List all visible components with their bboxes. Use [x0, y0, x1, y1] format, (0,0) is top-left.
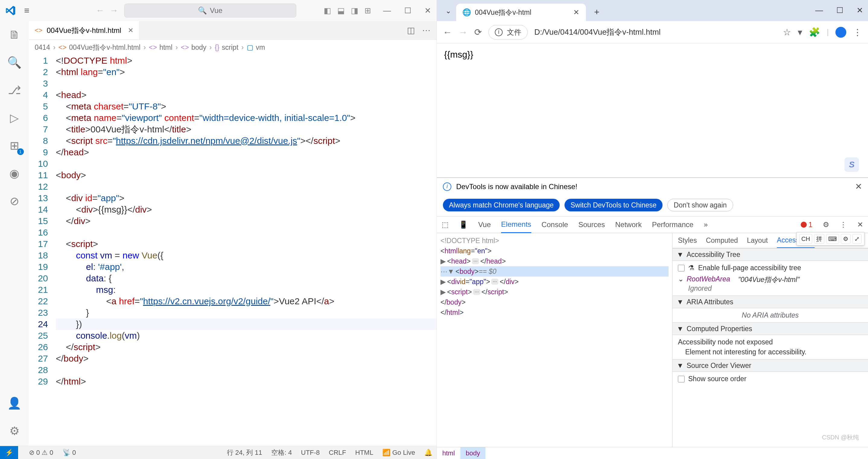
dom-node[interactable]: </html>: [440, 307, 669, 318]
search-icon[interactable]: 🔍: [6, 54, 23, 71]
edge-icon[interactable]: ◉: [6, 165, 23, 182]
devtools-close-icon[interactable]: ✕: [857, 221, 863, 229]
side-tab-styles[interactable]: Styles: [678, 236, 697, 244]
error-indicator[interactable]: 1: [801, 221, 812, 229]
new-tab-icon[interactable]: +: [590, 5, 603, 19]
dom-node[interactable]: ▶<script>⋯</script>: [440, 287, 669, 297]
close-tab-icon[interactable]: ✕: [573, 8, 579, 17]
extensions-icon[interactable]: 🧩: [809, 27, 820, 37]
breadcrumb-seg[interactable]: ▢vm: [247, 43, 265, 52]
match-language-button[interactable]: Always match Chrome's language: [443, 199, 560, 211]
devtools-tab-network[interactable]: Network: [615, 221, 642, 229]
ports[interactable]: 📡 0: [62, 449, 76, 457]
breadcrumb-seg[interactable]: <>html: [149, 43, 172, 52]
device-icon[interactable]: 📱: [459, 221, 468, 229]
panel-left-icon[interactable]: ◧: [324, 6, 331, 15]
ime-btn[interactable]: CH: [799, 234, 812, 244]
devtools-settings-icon[interactable]: ⚙: [823, 221, 829, 229]
site-info-icon[interactable]: i: [495, 28, 503, 36]
dom-node[interactable]: ▶<div id="app">⋯</div>: [440, 276, 669, 287]
more-icon[interactable]: ⋯: [422, 25, 431, 35]
indent[interactable]: 空格: 4: [271, 448, 292, 457]
ime-btn[interactable]: ⤢: [852, 234, 862, 244]
devtools-tab-elements[interactable]: Elements: [501, 216, 531, 233]
browser-tab[interactable]: 🌐 004Vue指令v-html ✕: [456, 4, 586, 21]
menu-icon[interactable]: ≡: [24, 5, 30, 16]
url-bar[interactable]: i 文件: [489, 25, 528, 39]
dom-node[interactable]: <!DOCTYPE html>: [440, 235, 669, 246]
menu-kebab-icon[interactable]: ⋮: [853, 27, 862, 37]
devtools-tab-performance[interactable]: Performance: [652, 221, 693, 229]
error-count[interactable]: ⊘ 0 ⚠ 0: [29, 449, 53, 457]
reload-icon[interactable]: ⟳: [474, 27, 482, 37]
enable-full-tree-checkbox[interactable]: ⚗Enable full-page accessibility tree: [678, 264, 863, 272]
tabs-dropdown-icon[interactable]: ⌄: [442, 4, 455, 18]
breadcrumb-seg[interactable]: <>004Vue指令v-html.html: [59, 43, 141, 52]
dom-crumb[interactable]: body: [460, 447, 486, 459]
breadcrumb-seg[interactable]: <>body: [181, 43, 206, 52]
profile-avatar-icon[interactable]: [835, 27, 846, 38]
ime-btn[interactable]: ⌨: [826, 234, 839, 244]
go-live[interactable]: 📶 Go Live: [382, 449, 415, 457]
account-icon[interactable]: 👤: [6, 395, 23, 412]
devtools-tab-vue[interactable]: Vue: [478, 221, 491, 229]
inspect-icon[interactable]: ⬚: [442, 221, 448, 229]
side-tab-computed[interactable]: Computed: [706, 236, 738, 244]
brave-icon[interactable]: ▾: [798, 27, 802, 37]
ime-btn[interactable]: 拼: [814, 234, 824, 244]
encoding[interactable]: UTF-8: [301, 449, 320, 457]
dom-node[interactable]: ⋯ ▼<body> == $0: [440, 266, 669, 276]
dom-crumb[interactable]: html: [437, 447, 460, 459]
minimize-icon[interactable]: ―: [815, 6, 823, 15]
extension-badge-icon[interactable]: S: [844, 157, 859, 172]
debug-icon[interactable]: ▷: [6, 110, 23, 126]
dom-breadcrumb[interactable]: htmlbody: [437, 447, 868, 459]
explorer-icon[interactable]: 🗎: [6, 27, 23, 43]
dom-node[interactable]: </body>: [440, 297, 669, 307]
dom-tree[interactable]: <!DOCTYPE html> <html lang="en"> ▶<head>…: [437, 233, 672, 447]
ime-toolbar[interactable]: CH拼⌨⚙⤢: [797, 232, 864, 245]
forward-icon[interactable]: →: [459, 27, 468, 37]
code-editor[interactable]: 1234567891011121314151617181920212223242…: [29, 55, 437, 446]
url-path[interactable]: D:/Vue/0414/004Vue指令v-html.html: [534, 27, 661, 37]
editor-tab[interactable]: <> 004Vue指令v-html.html ✕: [29, 21, 140, 39]
dont-show-button[interactable]: Don't show again: [668, 199, 733, 211]
minimize-icon[interactable]: ―: [383, 6, 391, 15]
remote-status-icon[interactable]: ⚡: [0, 446, 18, 459]
remote-icon[interactable]: ⊘: [6, 193, 23, 209]
command-search[interactable]: 🔍 Vue: [124, 4, 296, 18]
cursor-position[interactable]: 行 24, 列 11: [227, 448, 262, 457]
ime-btn[interactable]: ⚙: [841, 234, 850, 244]
switch-chinese-button[interactable]: Switch DevTools to Chinese: [564, 199, 662, 211]
show-source-order-checkbox[interactable]: Show source order: [678, 375, 863, 383]
extensions-icon[interactable]: ⊞1: [6, 137, 23, 154]
panel-right-icon[interactable]: ◨: [351, 6, 359, 15]
maximize-icon[interactable]: ☐: [836, 6, 843, 15]
panel-bottom-icon[interactable]: ⬓: [337, 6, 345, 15]
eol[interactable]: CRLF: [329, 449, 346, 457]
split-editor-icon[interactable]: ◫: [407, 25, 415, 35]
devtools-menu-icon[interactable]: ⋮: [840, 221, 847, 229]
dom-node[interactable]: ▶<head>⋯</head>: [440, 256, 669, 266]
source-control-icon[interactable]: ⎇: [6, 82, 23, 98]
bookmark-star-icon[interactable]: ☆: [783, 27, 791, 37]
devtools-tab-sources[interactable]: Sources: [578, 221, 605, 229]
back-icon[interactable]: ←: [443, 27, 452, 37]
close-icon[interactable]: ✕: [425, 6, 431, 15]
close-infobar-icon[interactable]: ✕: [855, 182, 862, 192]
side-tab-layout[interactable]: Layout: [747, 236, 768, 244]
forward-icon[interactable]: →: [110, 6, 118, 15]
dom-node[interactable]: <html lang="en">: [440, 246, 669, 256]
breadcrumb[interactable]: 0414›<>004Vue指令v-html.html›<>html›<>body…: [29, 40, 437, 55]
breadcrumb-seg[interactable]: {}script: [215, 43, 238, 52]
maximize-icon[interactable]: ☐: [404, 6, 411, 15]
breadcrumb-seg[interactable]: 0414: [35, 43, 50, 52]
layout-icon[interactable]: ⊞: [365, 6, 371, 15]
close-icon[interactable]: ✕: [857, 6, 863, 15]
settings-gear-icon[interactable]: ⚙: [6, 423, 23, 439]
language[interactable]: HTML: [355, 449, 373, 457]
close-tab-icon[interactable]: ✕: [128, 27, 133, 34]
more-tabs-icon[interactable]: »: [704, 221, 708, 229]
notifications-icon[interactable]: 🔔: [424, 449, 432, 457]
back-icon[interactable]: ←: [96, 6, 104, 15]
